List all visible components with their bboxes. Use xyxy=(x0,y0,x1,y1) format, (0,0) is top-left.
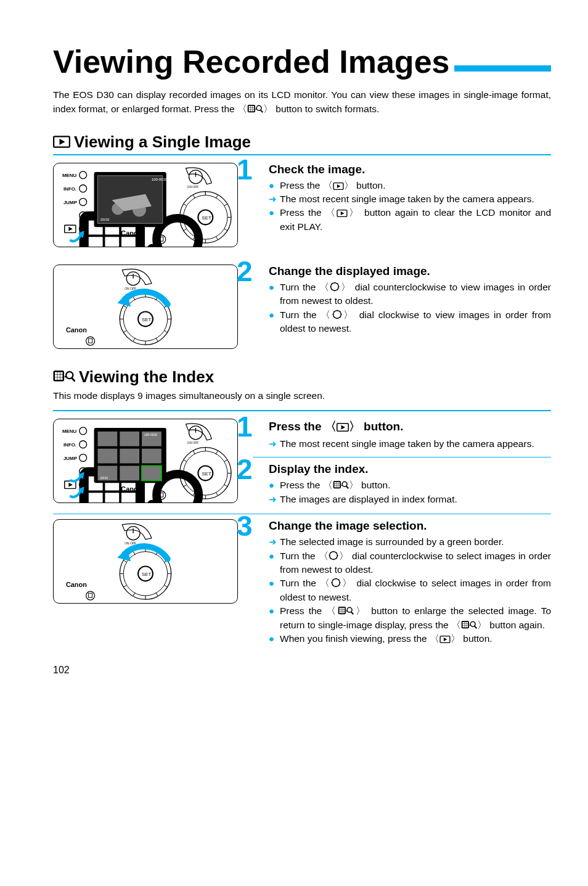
camera-back-diagram: MENU INFO. JUMP 100-0010 10/10 xyxy=(53,163,238,247)
section-subtext: This mode displays 9 images simultaneous… xyxy=(53,390,551,401)
s2-step12: MENU INFO. JUMP 100-0010 10/10 xyxy=(53,419,551,506)
svg-text:INFO.: INFO. xyxy=(63,441,76,447)
index-mag-icon xyxy=(338,607,354,615)
svg-line-73 xyxy=(165,330,168,332)
dial-icon xyxy=(329,551,338,560)
svg-line-80 xyxy=(133,297,135,300)
svg-rect-101 xyxy=(120,466,139,480)
svg-line-79 xyxy=(123,305,126,307)
title-accent-bar xyxy=(454,65,551,72)
step-title: Change the image selection. xyxy=(269,519,551,533)
svg-line-57 xyxy=(184,229,187,231)
intro-paragraph: The EOS D30 can display recorded images … xyxy=(53,88,551,117)
svg-point-29 xyxy=(80,198,87,205)
svg-line-147 xyxy=(123,560,126,562)
svg-text:Canon: Canon xyxy=(66,326,87,334)
svg-line-148 xyxy=(133,552,135,555)
svg-text:JUMP: JUMP xyxy=(63,199,78,205)
step-body: ●Press the 〈〉 button. ➜The most recent s… xyxy=(269,179,551,234)
page-number: 102 xyxy=(53,665,551,676)
play-icon xyxy=(337,423,349,432)
svg-line-145 xyxy=(123,585,126,587)
svg-text:SET: SET xyxy=(202,215,211,221)
svg-text:10/10: 10/10 xyxy=(100,477,108,480)
arrow-icon: ➜ xyxy=(269,493,280,506)
svg-line-77 xyxy=(123,330,126,332)
camera-back-index-diagram: MENU INFO. JUMP 100-0010 10/10 xyxy=(53,419,238,503)
section-rule xyxy=(53,410,551,411)
svg-text:Canon: Canon xyxy=(121,229,142,237)
arrow-icon: ➜ xyxy=(269,535,280,549)
s1-step2: ON OFF SET Canon xyxy=(53,265,551,351)
step-number: 2 xyxy=(237,455,253,483)
step-number: 2 xyxy=(237,257,253,285)
step-body: ➜The most recent single image taken by t… xyxy=(269,437,551,451)
step-number: 1 xyxy=(237,412,253,441)
svg-line-50 xyxy=(216,195,218,198)
page-title-row: Viewing Recorded Images xyxy=(53,43,551,80)
svg-line-53 xyxy=(224,229,227,231)
svg-line-59 xyxy=(184,203,187,205)
bullet-icon: ● xyxy=(269,549,280,563)
svg-line-127 xyxy=(193,451,195,454)
svg-rect-98 xyxy=(120,448,139,463)
step-title: Display the index. xyxy=(269,462,551,476)
svg-line-121 xyxy=(216,492,218,495)
svg-text:INFO.: INFO. xyxy=(63,186,76,191)
svg-rect-99 xyxy=(142,448,161,463)
section-heading-single-text: Viewing a Single Image xyxy=(74,133,251,152)
bullet-icon: ● xyxy=(269,632,280,646)
svg-rect-94 xyxy=(98,432,118,446)
svg-line-141 xyxy=(165,585,168,587)
index-mag-icon xyxy=(461,621,477,630)
svg-text:ON   OFF: ON OFF xyxy=(125,542,136,545)
svg-text:100-0010: 100-0010 xyxy=(152,177,168,181)
svg-text:SET: SET xyxy=(142,317,152,322)
svg-text:Canon: Canon xyxy=(121,485,142,493)
step-number: 1 xyxy=(237,155,253,184)
play-icon xyxy=(439,636,451,643)
bullet-icon: ● xyxy=(269,604,280,618)
svg-rect-95 xyxy=(120,432,139,446)
svg-text:ON   OFF: ON OFF xyxy=(187,441,199,444)
svg-point-82 xyxy=(86,337,95,345)
svg-line-144 xyxy=(133,593,135,596)
svg-point-86 xyxy=(80,427,87,435)
s2-step3: ON OFF SET Canon xyxy=(53,519,551,646)
svg-line-60 xyxy=(193,195,195,198)
page-title: Viewing Recorded Images xyxy=(53,43,449,80)
svg-line-54 xyxy=(216,236,218,239)
index-mag-icon xyxy=(53,371,75,383)
step-body: ➜The selected image is surrounded by a g… xyxy=(269,535,551,646)
svg-point-25 xyxy=(80,171,87,178)
svg-rect-102 xyxy=(142,466,161,480)
svg-line-120 xyxy=(224,485,227,486)
arrow-icon: ➜ xyxy=(269,192,280,206)
play-icon xyxy=(53,136,70,148)
bullet-icon: ● xyxy=(269,206,280,219)
svg-text:MENU: MENU xyxy=(62,172,77,178)
svg-line-118 xyxy=(224,459,227,461)
svg-rect-151 xyxy=(89,593,92,597)
step-title: Press the 〈〉 button. xyxy=(269,419,551,435)
camera-dial-diagram: ON OFF SET Canon xyxy=(53,519,238,604)
bullet-icon: ● xyxy=(269,179,280,192)
section-heading-index: Viewing the Index xyxy=(53,367,551,387)
section-rule xyxy=(53,154,551,155)
svg-text:ON   OFF: ON OFF xyxy=(125,287,136,290)
svg-text:SET: SET xyxy=(202,471,211,477)
svg-text:MENU: MENU xyxy=(62,429,77,434)
play-icon xyxy=(333,183,344,190)
arrow-icon: ➜ xyxy=(269,437,280,451)
bullet-icon: ● xyxy=(269,478,280,492)
svg-line-76 xyxy=(133,338,135,341)
step-body: ●Press the 〈〉 button. ➜The images are di… xyxy=(269,478,551,506)
svg-text:JUMP: JUMP xyxy=(63,455,78,461)
svg-rect-83 xyxy=(89,338,92,343)
bullet-icon: ● xyxy=(269,308,280,322)
svg-line-117 xyxy=(216,451,218,454)
index-mag-icon xyxy=(333,481,349,490)
section-heading-index-text: Viewing the Index xyxy=(79,367,214,387)
dial-icon xyxy=(330,282,340,292)
svg-text:SET: SET xyxy=(142,572,152,577)
